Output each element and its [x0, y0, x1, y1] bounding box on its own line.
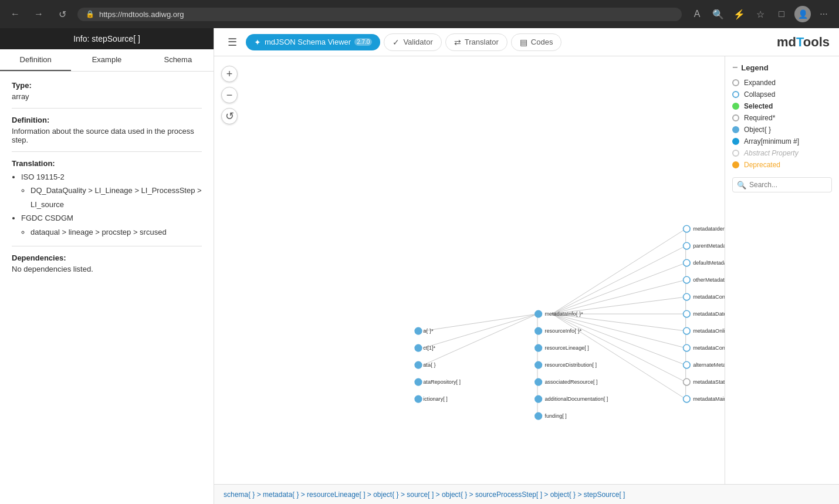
definition-label: Definition: [12, 116, 202, 124]
legend-dot-collapsed [732, 91, 739, 98]
url-text: https://mdtools.adiwg.org [99, 10, 184, 19]
search-button[interactable]: 🔍 [710, 6, 726, 22]
address-bar[interactable]: 🔒 https://mdtools.adiwg.org [77, 8, 682, 21]
breadcrumb-link[interactable]: schema{ } > metadata{ } > resourceLineag… [224, 491, 625, 499]
tab-codes[interactable]: ▤ Codes [511, 33, 562, 51]
extension-button[interactable]: ⚡ [731, 6, 747, 22]
node-otherMetadataLocale[interactable]: otherMetadataLocale[ ] [684, 276, 725, 283]
svg-point-18 [684, 259, 691, 266]
legend-label-deprecated: Deprecated [744, 161, 780, 169]
back-button[interactable]: ← [7, 6, 23, 22]
legend-dot-expanded [732, 79, 739, 86]
breadcrumb-bar: schema{ } > metadata{ } > resourceLineag… [214, 484, 839, 504]
legend-item-object: Object{ } [732, 126, 832, 134]
node-resourceInfo[interactable]: resourceInfo{ }* [535, 327, 582, 334]
node-label-resourceDistribution: resourceDistribution[ ] [544, 362, 597, 368]
app-container: Info: stepSource[ ] Definition Example S… [0, 28, 839, 504]
node-partial5[interactable]: ictionary[ ] [415, 395, 448, 402]
legend-item-selected: Selected [732, 102, 832, 110]
legend-label-collapsed: Collapsed [744, 90, 775, 99]
node-label-partial1: a{ }* [423, 328, 434, 334]
divider-1 [12, 108, 202, 109]
tab-schema-viewer[interactable]: ✦ mdJSON Schema Viewer 2.7.0 [246, 34, 380, 50]
node-label-metadataDate: metadataDate[ ] [693, 311, 725, 317]
favorites-button[interactable]: ☆ [752, 6, 769, 22]
node-additionalDocumentation[interactable]: additionalDocumentation[ ] [535, 395, 608, 402]
schema-graph[interactable]: metadataIdentifier{ } parentMetadata{ } … [214, 56, 725, 484]
legend-title: − Legend [732, 62, 832, 73]
nav-tabs: ✦ mdJSON Schema Viewer 2.7.0 ✓ Validator… [246, 33, 561, 51]
legend-dot-object [732, 126, 739, 133]
browser-actions: A 🔍 ⚡ ☆ □ 👤 ··· [689, 6, 832, 22]
translation-fgdc: FGDC CSDGM dataqual > lineage > procstep… [21, 211, 202, 239]
fgdc-path-1: dataqual > lineage > procstep > srcused [31, 225, 202, 239]
tab-example[interactable]: Example [71, 49, 142, 71]
node-partial4[interactable]: ataRepository[ ] [415, 378, 461, 385]
hamburger-button[interactable]: ☰ [224, 33, 241, 51]
node-label-resourceLineage: resourceLineage[ ] [544, 345, 588, 351]
codes-label: Codes [531, 38, 553, 46]
node-metadataMaintenance[interactable]: metadataMaintenance{ } [684, 395, 725, 402]
node-partial3[interactable]: ata{ } [415, 361, 435, 368]
node-metadataOnlineResource[interactable]: metadataOnlineResource[ ] [684, 327, 725, 334]
legend-dot-required [732, 114, 739, 121]
type-value: array [12, 92, 202, 101]
svg-point-31 [535, 378, 542, 385]
node-label-additionalDocumentation: additionalDocumentation[ ] [544, 396, 608, 402]
svg-point-37 [415, 378, 422, 385]
svg-point-28 [535, 327, 542, 334]
zoom-in-button[interactable]: + [221, 66, 238, 82]
node-partial1[interactable]: a{ }* [415, 327, 434, 334]
node-label-otherMetadataLocale: otherMetadataLocale[ ] [693, 277, 725, 283]
node-resourceDistribution[interactable]: resourceDistribution[ ] [535, 361, 597, 368]
refresh-button[interactable]: ↺ [54, 6, 70, 22]
node-label-associatedResource: associatedResource[ ] [544, 379, 597, 385]
search-icon: 🔍 [737, 181, 746, 190]
tab-schema[interactable]: Schema [143, 49, 214, 71]
legend-item-required: Required* [732, 114, 832, 122]
tab-validator[interactable]: ✓ Validator [384, 33, 441, 51]
node-funding[interactable]: funding[ ] [535, 412, 567, 420]
translation-iso: ISO 19115-2 DQ_DataQuality > LI_Lineage … [21, 170, 202, 211]
mdtools-logo: mdTools [777, 35, 830, 50]
more-button[interactable]: ··· [816, 6, 832, 22]
node-metadataInfo[interactable]: metadataInfo{ }* [535, 310, 583, 317]
collections-button[interactable]: □ [773, 6, 790, 22]
zoom-out-button[interactable]: − [221, 87, 238, 103]
reader-mode-button[interactable]: A [689, 6, 705, 22]
validator-icon: ✓ [393, 38, 400, 47]
svg-point-16 [684, 225, 691, 232]
forward-button[interactable]: → [31, 6, 47, 22]
node-label-alternateMetadataReference: alternateMetadataReference[ ] [693, 362, 725, 368]
legend-search[interactable]: 🔍 [732, 177, 832, 192]
definition-text: Information about the source data used i… [12, 127, 202, 144]
svg-point-21 [684, 310, 691, 317]
node-associatedResource[interactable]: associatedResource[ ] [535, 378, 598, 385]
legend-item-abstract: Abstract Property [732, 149, 832, 157]
profile-button[interactable]: 👤 [794, 6, 811, 22]
node-metadataIdentifier[interactable]: metadataIdentifier{ } [684, 225, 725, 232]
search-input[interactable] [732, 177, 832, 192]
node-resourceLineage[interactable]: resourceLineage[ ] [535, 344, 589, 351]
node-label-funding: funding[ ] [544, 413, 566, 419]
svg-point-34 [415, 327, 422, 334]
svg-point-19 [684, 276, 691, 283]
node-metadataContact[interactable]: metadataContact[1]* [684, 293, 725, 300]
node-metadataConstraint[interactable]: metadataConstraint[ ] [684, 344, 725, 351]
node-parentMetadata[interactable]: parentMetadata{ } [684, 242, 725, 249]
codes-icon: ▤ [520, 38, 527, 47]
svg-point-20 [684, 293, 691, 300]
iso-paths: DQ_DataQuality > LI_Lineage > LI_Process… [31, 184, 202, 211]
node-metadataStatus[interactable]: metadataStatus [684, 378, 725, 385]
node-metadataDate[interactable]: metadataDate[ ] [684, 310, 725, 317]
tab-translator[interactable]: ⇄ Translator [445, 33, 508, 51]
node-alternateMetadataReference[interactable]: alternateMetadataReference[ ] [684, 361, 725, 368]
node-partial2[interactable]: ct[1]* [415, 344, 435, 351]
panel-header: Info: stepSource[ ] [0, 28, 214, 49]
svg-line-3 [552, 280, 686, 314]
zoom-reset-button[interactable]: ↺ [221, 108, 238, 124]
node-defaultMetadataLocale[interactable]: defaultMetadataLocale{ } [684, 259, 725, 266]
svg-point-25 [684, 378, 691, 385]
svg-line-14 [423, 314, 537, 365]
tab-definition[interactable]: Definition [0, 49, 71, 71]
